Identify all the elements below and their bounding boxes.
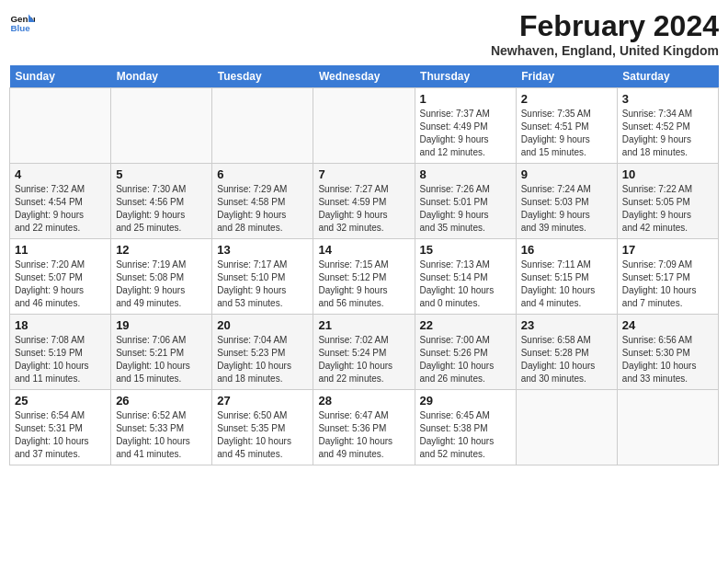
calendar-cell: 19Sunrise: 7:06 AM Sunset: 5:21 PM Dayli…	[111, 315, 212, 390]
calendar-cell	[111, 88, 212, 164]
day-info: Sunrise: 7:30 AM Sunset: 4:56 PM Dayligh…	[116, 183, 207, 235]
day-number: 24	[622, 318, 713, 332]
day-number: 15	[420, 243, 511, 257]
calendar-cell: 16Sunrise: 7:11 AM Sunset: 5:15 PM Dayli…	[516, 239, 617, 315]
day-info: Sunrise: 7:19 AM Sunset: 5:08 PM Dayligh…	[116, 259, 207, 310]
title-area: February 2024 Newhaven, England, United …	[491, 9, 719, 58]
day-info: Sunrise: 7:37 AM Sunset: 4:49 PM Dayligh…	[420, 108, 511, 159]
day-info: Sunrise: 6:58 AM Sunset: 5:28 PM Dayligh…	[521, 334, 612, 385]
day-number: 1	[420, 92, 511, 106]
day-info: Sunrise: 7:20 AM Sunset: 5:07 PM Dayligh…	[15, 259, 106, 310]
calendar-day-header: Thursday	[415, 65, 516, 88]
calendar-week-row: 11Sunrise: 7:20 AM Sunset: 5:07 PM Dayli…	[10, 239, 719, 315]
day-info: Sunrise: 7:11 AM Sunset: 5:15 PM Dayligh…	[521, 259, 612, 310]
day-info: Sunrise: 7:04 AM Sunset: 5:23 PM Dayligh…	[217, 334, 308, 385]
day-info: Sunrise: 7:06 AM Sunset: 5:21 PM Dayligh…	[116, 334, 207, 385]
calendar-cell	[10, 88, 111, 164]
day-number: 22	[420, 318, 511, 332]
day-number: 18	[15, 318, 106, 332]
logo: General Blue	[9, 9, 35, 35]
day-info: Sunrise: 7:32 AM Sunset: 4:54 PM Dayligh…	[15, 183, 106, 235]
day-info: Sunrise: 6:45 AM Sunset: 5:38 PM Dayligh…	[420, 409, 511, 461]
calendar-cell: 22Sunrise: 7:00 AM Sunset: 5:26 PM Dayli…	[415, 315, 516, 390]
day-number: 2	[521, 92, 612, 106]
calendar-cell: 11Sunrise: 7:20 AM Sunset: 5:07 PM Dayli…	[10, 239, 111, 315]
calendar-cell: 2Sunrise: 7:35 AM Sunset: 4:51 PM Daylig…	[516, 88, 617, 164]
day-info: Sunrise: 6:50 AM Sunset: 5:35 PM Dayligh…	[217, 409, 308, 461]
day-info: Sunrise: 7:22 AM Sunset: 5:05 PM Dayligh…	[622, 183, 713, 235]
day-number: 21	[318, 318, 409, 332]
calendar-cell	[516, 390, 617, 465]
day-info: Sunrise: 7:02 AM Sunset: 5:24 PM Dayligh…	[318, 334, 409, 385]
calendar-day-header: Friday	[516, 65, 617, 88]
calendar-cell: 5Sunrise: 7:30 AM Sunset: 4:56 PM Daylig…	[111, 164, 212, 239]
day-info: Sunrise: 6:54 AM Sunset: 5:31 PM Dayligh…	[15, 409, 106, 461]
day-number: 6	[217, 167, 308, 181]
day-number: 28	[318, 394, 409, 408]
calendar-cell: 12Sunrise: 7:19 AM Sunset: 5:08 PM Dayli…	[111, 239, 212, 315]
calendar-cell: 1Sunrise: 7:37 AM Sunset: 4:49 PM Daylig…	[415, 88, 516, 164]
day-info: Sunrise: 7:00 AM Sunset: 5:26 PM Dayligh…	[420, 334, 511, 385]
day-info: Sunrise: 7:09 AM Sunset: 5:17 PM Dayligh…	[622, 259, 713, 310]
calendar-header-row: SundayMondayTuesdayWednesdayThursdayFrid…	[10, 65, 719, 88]
calendar-week-row: 1Sunrise: 7:37 AM Sunset: 4:49 PM Daylig…	[10, 88, 719, 164]
day-info: Sunrise: 7:35 AM Sunset: 4:51 PM Dayligh…	[521, 108, 612, 159]
calendar-cell: 21Sunrise: 7:02 AM Sunset: 5:24 PM Dayli…	[313, 315, 415, 390]
day-info: Sunrise: 7:15 AM Sunset: 5:12 PM Dayligh…	[318, 259, 409, 310]
calendar-cell: 28Sunrise: 6:47 AM Sunset: 5:36 PM Dayli…	[313, 390, 415, 465]
calendar-cell: 14Sunrise: 7:15 AM Sunset: 5:12 PM Dayli…	[313, 239, 415, 315]
calendar-cell	[313, 88, 415, 164]
calendar-day-header: Sunday	[10, 65, 111, 88]
calendar-day-header: Monday	[111, 65, 212, 88]
calendar-cell: 23Sunrise: 6:58 AM Sunset: 5:28 PM Dayli…	[516, 315, 617, 390]
day-number: 8	[420, 167, 511, 181]
day-number: 25	[15, 394, 106, 408]
calendar-day-header: Saturday	[617, 65, 718, 88]
calendar-cell: 10Sunrise: 7:22 AM Sunset: 5:05 PM Dayli…	[617, 164, 718, 239]
day-number: 5	[116, 167, 207, 181]
svg-text:Blue: Blue	[10, 23, 30, 33]
calendar-cell: 27Sunrise: 6:50 AM Sunset: 5:35 PM Dayli…	[212, 390, 313, 465]
calendar-cell: 18Sunrise: 7:08 AM Sunset: 5:19 PM Dayli…	[10, 315, 111, 390]
calendar-week-row: 4Sunrise: 7:32 AM Sunset: 4:54 PM Daylig…	[10, 164, 719, 239]
day-number: 27	[217, 394, 308, 408]
calendar-cell: 3Sunrise: 7:34 AM Sunset: 4:52 PM Daylig…	[617, 88, 718, 164]
calendar-cell: 15Sunrise: 7:13 AM Sunset: 5:14 PM Dayli…	[415, 239, 516, 315]
day-info: Sunrise: 6:52 AM Sunset: 5:33 PM Dayligh…	[116, 409, 207, 461]
day-number: 16	[521, 243, 612, 257]
calendar-cell: 29Sunrise: 6:45 AM Sunset: 5:38 PM Dayli…	[415, 390, 516, 465]
day-number: 23	[521, 318, 612, 332]
calendar-cell: 13Sunrise: 7:17 AM Sunset: 5:10 PM Dayli…	[212, 239, 313, 315]
day-info: Sunrise: 7:13 AM Sunset: 5:14 PM Dayligh…	[420, 259, 511, 310]
calendar-table: SundayMondayTuesdayWednesdayThursdayFrid…	[9, 65, 719, 465]
calendar-cell: 20Sunrise: 7:04 AM Sunset: 5:23 PM Dayli…	[212, 315, 313, 390]
calendar-body: 1Sunrise: 7:37 AM Sunset: 4:49 PM Daylig…	[10, 88, 719, 465]
day-number: 26	[116, 394, 207, 408]
day-number: 10	[622, 167, 713, 181]
calendar-cell: 25Sunrise: 6:54 AM Sunset: 5:31 PM Dayli…	[10, 390, 111, 465]
day-number: 20	[217, 318, 308, 332]
day-info: Sunrise: 7:08 AM Sunset: 5:19 PM Dayligh…	[15, 334, 106, 385]
calendar-cell: 7Sunrise: 7:27 AM Sunset: 4:59 PM Daylig…	[313, 164, 415, 239]
calendar-cell	[617, 390, 718, 465]
day-number: 12	[116, 243, 207, 257]
calendar-day-header: Tuesday	[212, 65, 313, 88]
calendar-day-header: Wednesday	[313, 65, 415, 88]
day-number: 9	[521, 167, 612, 181]
day-number: 13	[217, 243, 308, 257]
calendar-cell: 24Sunrise: 6:56 AM Sunset: 5:30 PM Dayli…	[617, 315, 718, 390]
logo-icon: General Blue	[9, 9, 35, 35]
calendar-cell: 9Sunrise: 7:24 AM Sunset: 5:03 PM Daylig…	[516, 164, 617, 239]
day-number: 3	[622, 92, 713, 106]
calendar-cell: 4Sunrise: 7:32 AM Sunset: 4:54 PM Daylig…	[10, 164, 111, 239]
calendar-cell: 6Sunrise: 7:29 AM Sunset: 4:58 PM Daylig…	[212, 164, 313, 239]
month-title: February 2024	[491, 9, 719, 43]
day-info: Sunrise: 7:29 AM Sunset: 4:58 PM Dayligh…	[217, 183, 308, 235]
day-number: 29	[420, 394, 511, 408]
day-info: Sunrise: 7:24 AM Sunset: 5:03 PM Dayligh…	[521, 183, 612, 235]
calendar-week-row: 25Sunrise: 6:54 AM Sunset: 5:31 PM Dayli…	[10, 390, 719, 465]
day-info: Sunrise: 6:56 AM Sunset: 5:30 PM Dayligh…	[622, 334, 713, 385]
day-info: Sunrise: 7:26 AM Sunset: 5:01 PM Dayligh…	[420, 183, 511, 235]
page-header: General Blue February 2024 Newhaven, Eng…	[9, 9, 719, 58]
day-number: 7	[318, 167, 409, 181]
